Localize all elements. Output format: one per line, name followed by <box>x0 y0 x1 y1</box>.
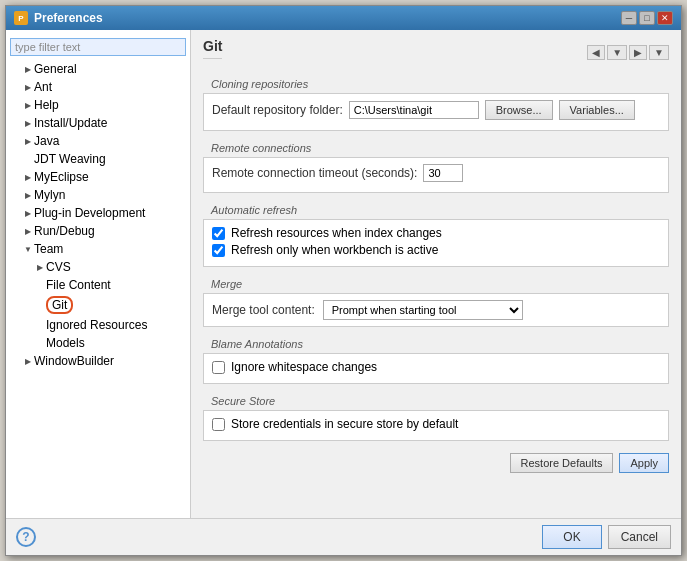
refresh-index-label: Refresh resources when index changes <box>231 226 442 240</box>
sidebar-label-team: Team <box>34 242 63 256</box>
sidebar-label-plugin: Plug-in Development <box>34 206 145 220</box>
refresh-workbench-row: Refresh only when workbench is active <box>212 243 660 257</box>
restore-defaults-button[interactable]: Restore Defaults <box>510 453 614 473</box>
merge-section-label: Merge <box>203 275 669 294</box>
refresh-workbench-label: Refresh only when workbench is active <box>231 243 438 257</box>
blame-whitespace-label: Ignore whitespace changes <box>231 360 377 374</box>
title-controls: ─ □ ✕ <box>621 11 673 25</box>
sidebar-label-myeclipse: MyEclipse <box>34 170 89 184</box>
sidebar-item-help[interactable]: ▶ Help <box>6 96 190 114</box>
refresh-index-checkbox[interactable] <box>212 227 225 240</box>
sidebar-item-git[interactable]: Git <box>6 294 190 316</box>
sidebar-item-myeclipse[interactable]: ▶ MyEclipse <box>6 168 190 186</box>
expand-arrow-wb: ▶ <box>22 355 34 367</box>
panel-header: Git ◀ ▼ ▶ ▼ <box>203 38 669 67</box>
nav-back-icon[interactable]: ◀ <box>587 45 605 60</box>
nav-fwd-icon[interactable]: ▶ <box>629 45 647 60</box>
sidebar-item-jdt-weaving[interactable]: JDT Weaving <box>6 150 190 168</box>
minimize-button[interactable]: ─ <box>621 11 637 25</box>
sidebar-item-run-debug[interactable]: ▶ Run/Debug <box>6 222 190 240</box>
secure-store-checkbox[interactable] <box>212 418 225 431</box>
apply-button[interactable]: Apply <box>619 453 669 473</box>
sidebar-item-cvs[interactable]: ▶ CVS <box>6 258 190 276</box>
sidebar-label-run: Run/Debug <box>34 224 95 238</box>
sidebar-label-jdt: JDT Weaving <box>34 152 106 166</box>
nav-dropdown-icon[interactable]: ▼ <box>607 45 627 60</box>
sidebar: ▶ General ▶ Ant ▶ Help ▶ Install/Update … <box>6 30 191 518</box>
merge-section: Merge Merge tool content: Prompt when st… <box>203 275 669 327</box>
secure-store-label: Store credentials in secure store by def… <box>231 417 458 431</box>
refresh-workbench-checkbox[interactable] <box>212 244 225 257</box>
merge-tool-row: Merge tool content: Prompt when starting… <box>212 300 660 320</box>
expand-arrow-cvs: ▶ <box>34 261 46 273</box>
expand-arrow-run: ▶ <box>22 225 34 237</box>
sidebar-label-help: Help <box>34 98 59 112</box>
secure-section-label: Secure Store <box>203 392 669 411</box>
blame-whitespace-row: Ignore whitespace changes <box>212 360 660 374</box>
sidebar-item-team[interactable]: ▼ Team <box>6 240 190 258</box>
sidebar-label-file-content: File Content <box>46 278 111 292</box>
expand-arrow-general: ▶ <box>22 63 34 75</box>
sidebar-item-java[interactable]: ▶ Java <box>6 132 190 150</box>
sidebar-label-ant: Ant <box>34 80 52 94</box>
dialog-title: Preferences <box>34 11 103 25</box>
expand-arrow-myeclipse: ▶ <box>22 171 34 183</box>
title-bar: P Preferences ─ □ ✕ <box>6 6 681 30</box>
cloning-section-label: Cloning repositories <box>203 75 669 94</box>
sidebar-label-ignored: Ignored Resources <box>46 318 147 332</box>
repo-folder-row: Default repository folder: Browse... Var… <box>212 100 660 120</box>
sidebar-item-ignored-resources[interactable]: Ignored Resources <box>6 316 190 334</box>
variables-button[interactable]: Variables... <box>559 100 635 120</box>
cancel-button[interactable]: Cancel <box>608 525 671 549</box>
cloning-section: Cloning repositories Default repository … <box>203 75 669 131</box>
nav-fwd-dropdown-icon[interactable]: ▼ <box>649 45 669 60</box>
remote-section-label: Remote connections <box>203 139 669 158</box>
ok-button[interactable]: OK <box>542 525 601 549</box>
blame-whitespace-checkbox[interactable] <box>212 361 225 374</box>
sidebar-item-general[interactable]: ▶ General <box>6 60 190 78</box>
timeout-input[interactable] <box>423 164 463 182</box>
title-bar-left: P Preferences <box>14 11 103 25</box>
timeout-label: Remote connection timeout (seconds): <box>212 166 417 180</box>
sidebar-item-models[interactable]: Models <box>6 334 190 352</box>
sidebar-item-install-update[interactable]: ▶ Install/Update <box>6 114 190 132</box>
auto-refresh-label: Automatic refresh <box>203 201 669 220</box>
help-icon[interactable]: ? <box>16 527 36 547</box>
secure-section: Secure Store Store credentials in secure… <box>203 392 669 441</box>
close-button[interactable]: ✕ <box>657 11 673 25</box>
sidebar-label-java: Java <box>34 134 59 148</box>
blame-section-label: Blame Annotations <box>203 335 669 354</box>
sidebar-label-models: Models <box>46 336 85 350</box>
main-panel: Git ◀ ▼ ▶ ▼ Cloning repositories Default… <box>191 30 681 518</box>
sidebar-item-ant[interactable]: ▶ Ant <box>6 78 190 96</box>
merge-tool-label: Merge tool content: <box>212 303 315 317</box>
sidebar-label-wb: WindowBuilder <box>34 354 114 368</box>
dialog-footer: ? OK Cancel <box>6 518 681 555</box>
sidebar-label-install: Install/Update <box>34 116 107 130</box>
content-area: ▶ General ▶ Ant ▶ Help ▶ Install/Update … <box>6 30 681 518</box>
sidebar-item-file-content[interactable]: File Content <box>6 276 190 294</box>
sidebar-label-cvs: CVS <box>46 260 71 274</box>
restore-button[interactable]: □ <box>639 11 655 25</box>
expand-arrow-ant: ▶ <box>22 81 34 93</box>
dialog-icon: P <box>14 11 28 25</box>
footer-right: OK Cancel <box>542 525 671 549</box>
auto-refresh-section: Automatic refresh Refresh resources when… <box>203 201 669 267</box>
expand-arrow-help: ▶ <box>22 99 34 111</box>
blame-section: Blame Annotations Ignore whitespace chan… <box>203 335 669 384</box>
filter-input[interactable] <box>10 38 186 56</box>
browse-button[interactable]: Browse... <box>485 100 553 120</box>
expand-arrow-mylyn: ▶ <box>22 189 34 201</box>
merge-tool-select[interactable]: Prompt when starting tool Use merge tool… <box>323 300 523 320</box>
timeout-row: Remote connection timeout (seconds): <box>212 164 660 182</box>
expand-arrow-java: ▶ <box>22 135 34 147</box>
sidebar-item-mylyn[interactable]: ▶ Mylyn <box>6 186 190 204</box>
sidebar-label-general: General <box>34 62 77 76</box>
expand-arrow-team: ▼ <box>22 243 34 255</box>
repo-folder-input[interactable] <box>349 101 479 119</box>
secure-store-row: Store credentials in secure store by def… <box>212 417 660 431</box>
expand-arrow-install: ▶ <box>22 117 34 129</box>
repo-folder-label: Default repository folder: <box>212 103 343 117</box>
sidebar-item-plugin-dev[interactable]: ▶ Plug-in Development <box>6 204 190 222</box>
sidebar-item-window-builder[interactable]: ▶ WindowBuilder <box>6 352 190 370</box>
